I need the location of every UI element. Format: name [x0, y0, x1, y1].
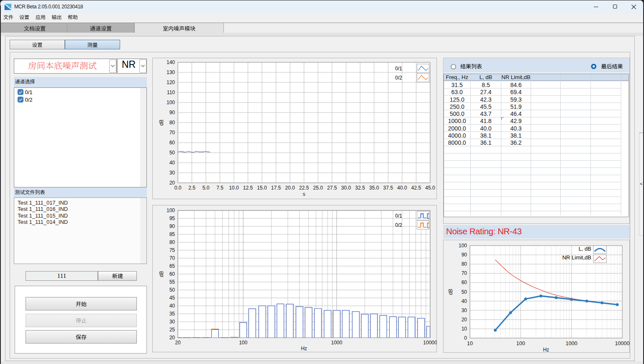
svg-text:20: 20	[169, 335, 175, 341]
svg-text:100: 100	[239, 340, 247, 346]
svg-text:NR Limit,dB: NR Limit,dB	[562, 254, 591, 261]
svg-text:80: 80	[462, 261, 467, 267]
svg-text:dB: dB	[159, 271, 164, 277]
svg-text:60: 60	[169, 140, 175, 146]
svg-text:500.0: 500.0	[450, 110, 464, 117]
svg-text:110: 110	[167, 90, 175, 95]
svg-text:42.9: 42.9	[510, 118, 521, 124]
svg-text:40.0: 40.0	[480, 125, 491, 132]
svg-text:25: 25	[169, 327, 175, 333]
svg-text:250.0: 250.0	[450, 103, 464, 110]
svg-text:36.2: 36.2	[510, 139, 521, 146]
svg-text:20.0: 20.0	[285, 185, 295, 191]
svg-text:22.5: 22.5	[299, 185, 309, 191]
svg-text:55: 55	[169, 279, 175, 285]
svg-text:70: 70	[169, 255, 175, 261]
svg-text:75: 75	[169, 247, 175, 253]
svg-text:dB: dB	[159, 120, 164, 126]
svg-text:L, dB: L, dB	[579, 246, 591, 252]
svg-text:60: 60	[462, 279, 467, 285]
svg-text:40: 40	[462, 298, 467, 304]
svg-text:30.0: 30.0	[341, 185, 351, 191]
svg-text:40.3: 40.3	[510, 125, 521, 132]
svg-text:31.5: 31.5	[452, 82, 463, 88]
svg-text:100: 100	[167, 208, 175, 213]
svg-text:100: 100	[167, 100, 175, 105]
svg-text:80: 80	[169, 120, 175, 126]
svg-text:90: 90	[462, 252, 467, 258]
svg-text:NR Limit,dB: NR Limit,dB	[501, 74, 530, 80]
svg-text:Freq., Hz: Freq., Hz	[446, 74, 468, 80]
svg-text:1000: 1000	[566, 341, 577, 346]
svg-text:27.5: 27.5	[327, 185, 337, 191]
svg-text:15.0: 15.0	[257, 185, 267, 191]
svg-text:37.5: 37.5	[383, 185, 393, 191]
svg-text:45.0: 45.0	[425, 185, 435, 191]
svg-text:63.0: 63.0	[452, 89, 463, 95]
svg-text:70: 70	[462, 270, 467, 276]
svg-text:10: 10	[467, 341, 473, 346]
svg-text:125.0: 125.0	[450, 96, 464, 103]
svg-text:17.5: 17.5	[271, 185, 281, 191]
svg-text:140: 140	[167, 59, 175, 65]
svg-text:0/2: 0/2	[395, 75, 402, 81]
svg-text:10.0: 10.0	[229, 185, 239, 191]
svg-text:s: s	[303, 191, 305, 197]
svg-text:0: 0	[464, 335, 467, 341]
svg-text:45.5: 45.5	[480, 103, 491, 110]
svg-text:10000: 10000	[615, 341, 630, 346]
svg-text:8000.0: 8000.0	[448, 139, 466, 146]
svg-text:90: 90	[169, 110, 175, 115]
svg-text:25.0: 25.0	[313, 185, 323, 191]
svg-text:20: 20	[462, 317, 467, 323]
svg-text:2.5: 2.5	[188, 185, 195, 191]
svg-text:80: 80	[169, 239, 175, 245]
svg-text:70: 70	[169, 130, 175, 136]
svg-text:100: 100	[516, 341, 525, 346]
svg-text:0/1: 0/1	[395, 66, 402, 72]
svg-text:90: 90	[169, 223, 175, 229]
svg-text:Hz: Hz	[301, 346, 307, 351]
svg-text:32.5: 32.5	[355, 185, 365, 191]
svg-text:40: 40	[169, 160, 175, 166]
svg-text:120: 120	[167, 79, 175, 85]
svg-text:130: 130	[167, 69, 175, 75]
svg-text:30: 30	[169, 319, 175, 325]
svg-text:5.0: 5.0	[203, 185, 210, 191]
svg-text:84.6: 84.6	[510, 82, 521, 88]
svg-text:2000.0: 2000.0	[448, 125, 466, 132]
svg-text:38.1: 38.1	[480, 132, 491, 139]
svg-text:95: 95	[169, 215, 175, 221]
svg-text:41.8: 41.8	[480, 118, 491, 124]
svg-text:0.0: 0.0	[174, 185, 182, 191]
svg-text:4000.0: 4000.0	[448, 132, 466, 139]
svg-text:L, dB: L, dB	[480, 74, 492, 80]
svg-text:85: 85	[169, 231, 175, 237]
svg-text:40: 40	[169, 303, 175, 309]
svg-text:69.4: 69.4	[510, 89, 521, 95]
svg-text:40.0: 40.0	[397, 185, 407, 191]
svg-text:30: 30	[462, 308, 467, 313]
svg-text:59.3: 59.3	[510, 96, 521, 103]
svg-text:0/2: 0/2	[395, 222, 402, 228]
svg-text:35: 35	[169, 311, 175, 317]
svg-text:Hz: Hz	[543, 347, 549, 353]
svg-text:43.7: 43.7	[480, 110, 491, 117]
svg-text:45: 45	[169, 295, 175, 301]
svg-text:38.1: 38.1	[510, 132, 521, 139]
svg-text:36.1: 36.1	[480, 139, 491, 146]
svg-text:65: 65	[169, 263, 175, 269]
svg-text:12.5: 12.5	[243, 185, 253, 191]
svg-text:50: 50	[462, 289, 467, 295]
svg-text:1000: 1000	[331, 340, 342, 346]
svg-text:46.4: 46.4	[510, 110, 521, 117]
svg-text:60: 60	[169, 271, 175, 277]
svg-text:42.3: 42.3	[480, 96, 491, 103]
svg-text:100: 100	[459, 243, 467, 249]
svg-text:20: 20	[175, 340, 181, 346]
svg-text:1000.0: 1000.0	[448, 118, 466, 124]
svg-text:dB: dB	[448, 289, 454, 295]
svg-text:10: 10	[462, 326, 467, 332]
svg-text:10000: 10000	[423, 340, 437, 346]
svg-text:27.4: 27.4	[480, 89, 491, 95]
